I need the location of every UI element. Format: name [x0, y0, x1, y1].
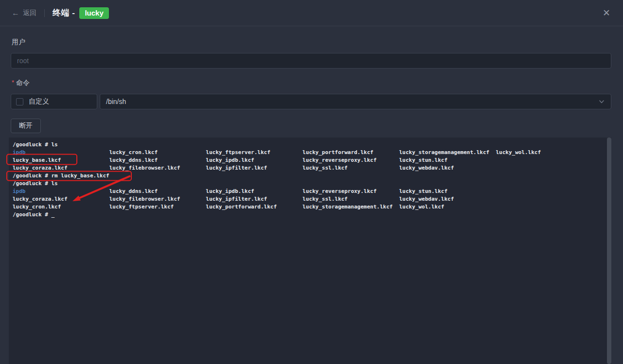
terminal-line: /goodluck # ls: [13, 180, 604, 188]
header-divider: [44, 9, 45, 17]
page-title: 终端 -: [53, 7, 75, 18]
custom-checkbox[interactable]: [16, 98, 23, 105]
user-input[interactable]: [11, 53, 611, 69]
terminal-line: lucky_base.lkcf lucky_ddns.lkcf lucky_ip…: [13, 156, 604, 164]
shell-select[interactable]: /bin/sh: [100, 94, 611, 109]
back-label: 返回: [23, 9, 36, 17]
shell-select-value: /bin/sh: [106, 98, 126, 105]
back-button[interactable]: ← 返回: [12, 9, 36, 17]
command-row: 自定义 /bin/sh: [11, 94, 611, 109]
custom-command-toggle[interactable]: 自定义: [11, 94, 97, 109]
close-icon[interactable]: ✕: [602, 7, 611, 18]
terminal-line: ipdb lucky_cron.lkcf lucky_ftpserver.lkc…: [13, 149, 604, 156]
disconnect-button[interactable]: 断开: [11, 119, 41, 133]
terminal-dialog: { "header": { "back_icon": "←", "back_la…: [0, 0, 623, 364]
command-label: *命令: [12, 79, 611, 87]
terminal-line: /goodluck # _: [13, 211, 604, 219]
chevron-down-icon: [598, 98, 605, 105]
terminal-line: lucky_cron.lkcf lucky_ftpserver.lkcf luc…: [13, 203, 604, 211]
custom-label: 自定义: [29, 97, 49, 106]
back-arrow-icon: ←: [12, 9, 19, 17]
terminal-line: ipdb lucky_ddns.lkcf lucky_ipdb.lkcf luc…: [13, 188, 604, 195]
terminal-line: lucky_coraza.lkcf lucky_filebrowser.lkcf…: [13, 195, 604, 203]
terminal-line: lucky_coraza.lkcf lucky_filebrowser.lkcf…: [13, 164, 604, 172]
dialog-header: ← 返回 终端 - lucky ✕: [0, 0, 623, 26]
terminal-line: /goodluck # rm lucky_base.lkcf: [13, 172, 604, 180]
terminal-output[interactable]: /goodluck # lsipdb lucky_cron.lkcf lucky…: [9, 138, 611, 364]
terminal-line: /goodluck # ls: [13, 141, 604, 149]
session-badge: lucky: [79, 7, 108, 19]
required-asterisk: *: [12, 79, 14, 86]
command-label-text: 命令: [16, 79, 30, 87]
form-area: 用户 *命令 自定义 /bin/sh 断开: [0, 38, 623, 133]
terminal-scrollbar-thumb[interactable]: [607, 138, 611, 364]
terminal-lines: /goodluck # lsipdb lucky_cron.lkcf lucky…: [9, 138, 611, 219]
user-label: 用户: [12, 38, 611, 47]
